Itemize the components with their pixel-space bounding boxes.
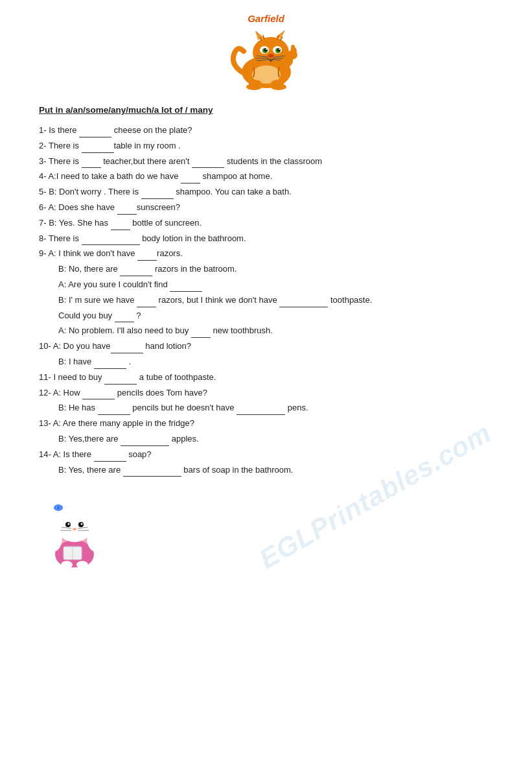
ex14b-text2: bars of soap in the bathroom. [181, 465, 294, 475]
ex7-num: 7- B: Yes. She has [39, 218, 111, 228]
svg-point-28 [291, 45, 295, 50]
ex5-blank1[interactable] [141, 190, 174, 199]
ex9f-blank1[interactable] [191, 329, 211, 338]
ex10b-text2: . [126, 357, 131, 366]
exercise-12a: 12- A: How pencils does Tom have? [39, 386, 493, 400]
svg-point-40 [85, 505, 97, 519]
exercise-9c: A: Are you sure I couldn't find [58, 278, 493, 292]
exercises-container: 1- Is there cheese on the plate? 2- Ther… [39, 124, 493, 477]
ex9f-text1: A: No problem. I'll also need to buy [58, 326, 191, 335]
ex9e-text2: ? [134, 311, 141, 320]
ex10b-text1: B: I have [58, 357, 94, 366]
ex8-num: 8- There is [39, 233, 82, 243]
ex7-text: bottle of suncreen. [130, 218, 202, 228]
ex9e-text1: Could you buy [58, 311, 115, 320]
ex10b-blank1[interactable] [94, 360, 126, 369]
ex9e-blank1[interactable] [115, 313, 134, 322]
ex9c-blank1[interactable] [170, 283, 202, 292]
ex9d-blank1[interactable] [137, 298, 156, 307]
ex14a-text: soap? [126, 449, 152, 459]
ex9d-text3: toothpaste. [328, 295, 372, 305]
svg-point-18 [268, 54, 274, 58]
ex12b-blank2[interactable] [237, 406, 285, 415]
exercise-9f: A: No problem. I'll also need to buy new… [58, 324, 493, 338]
ex3-blank2[interactable] [192, 159, 224, 168]
exercise-13b: B: Yes,there are apples. [58, 432, 493, 446]
ex3-num: 3- There is [39, 156, 82, 166]
exercise-9a: 9- A: I think we don't have razors. [39, 247, 493, 261]
exercise-8: 8- There is body lotion in the bathroom. [39, 232, 493, 246]
exercise-9b: B: No, there are razors in the batroom. [58, 263, 493, 276]
ex5-text: shampoo. You can take a bath. [174, 187, 292, 196]
ex14a-blank1[interactable] [94, 453, 126, 462]
ex2-text: table in my room . [114, 141, 181, 150]
ex2-blank1[interactable] [82, 144, 114, 153]
exercise-7: 7- B: Yes. She has bottle of suncreen. [39, 217, 493, 230]
ex9d-blank2[interactable] [279, 298, 328, 307]
svg-point-43 [57, 506, 60, 509]
svg-point-17 [279, 49, 280, 50]
ex14a-num: 14- A: Is there [39, 449, 94, 459]
ex13b-blank1[interactable] [121, 437, 169, 446]
ex12b-text2: pencils but he doesn't have [130, 403, 237, 412]
ex7-blank1[interactable] [111, 221, 130, 230]
ex10a-blank1[interactable] [111, 344, 143, 353]
ex1-text: cheese on the plate? [111, 125, 192, 135]
ex10a-num: 10- A: Do you have [39, 341, 111, 351]
ex9f-text2: new toothbrush. [211, 326, 273, 335]
ex13a-num: 13- A: Are there many apple in the fridg… [39, 418, 194, 428]
svg-point-33 [271, 84, 286, 90]
exercise-10b: B: I have . [58, 355, 493, 369]
ex14b-text1: B: Yes, there are [58, 465, 123, 475]
svg-point-15 [277, 49, 280, 52]
garfield-image [224, 25, 308, 90]
ex9d-text1: B: I' m sure we have [58, 295, 137, 305]
exercise-9e: Could you buy ? [58, 309, 493, 323]
ex3-blank1[interactable] [82, 159, 101, 168]
ex4-blank1[interactable] [181, 174, 200, 184]
instructions: Put in a/an/some/any/much/a lot of / man… [39, 105, 493, 115]
ex9b-text2: razors in the batroom. [152, 264, 237, 274]
svg-point-16 [266, 49, 267, 50]
exercise-6: 6- A: Does she have sunscreen? [39, 201, 493, 215]
svg-point-14 [264, 49, 267, 52]
ex12b-blank1[interactable] [98, 406, 130, 415]
ex8-blank1[interactable] [82, 236, 140, 245]
exercise-11: 11- I need to buy a tube of toothpaste. [39, 371, 493, 385]
ex6-text: sunscreen? [137, 202, 180, 212]
ex6-blank1[interactable] [117, 206, 137, 215]
hello-kitty-area [39, 490, 493, 567]
svg-point-48 [73, 528, 76, 530]
ex9c-text1: A: Are you sure I couldn't find [58, 279, 170, 289]
ex12a-blank1[interactable] [82, 390, 115, 399]
header: Garfield [39, 13, 493, 93]
ex14b-blank1[interactable] [123, 468, 181, 477]
exercise-13a: 13- A: Are there many apple in the fridg… [39, 417, 493, 431]
ex4-num: 4- A:I need to take a bath do we have [39, 171, 181, 181]
ex8-text: body lotion in the bathroom. [140, 233, 246, 243]
ex1-blank1[interactable] [79, 128, 111, 137]
ex12b-text3: pens. [285, 403, 308, 412]
ex9a-text: razors. [157, 248, 183, 258]
exercise-3: 3- There is teacher,but there aren't stu… [39, 155, 493, 169]
ex9b-text1: B: No, there are [58, 264, 120, 274]
exercise-14a: 14- A: Is there soap? [39, 448, 493, 462]
ex9d-text2: razors, but I think we don't have [156, 295, 279, 305]
exercise-9d: B: I' m sure we have razors, but I think… [58, 294, 493, 307]
ex4-text: shampoo at home. [200, 171, 272, 181]
ex3-text1: teacher,but there aren't [101, 156, 192, 166]
ex11-num: 11- I need to buy [39, 372, 104, 382]
ex9a-blank1[interactable] [137, 252, 157, 261]
ex1-num: 1- Is there [39, 125, 79, 135]
ex9a-num: 9- A: I think we don't have [39, 248, 137, 258]
garfield-title: Garfield [248, 13, 284, 24]
ex11-blank1[interactable] [104, 375, 137, 385]
ex9b-blank1[interactable] [120, 267, 152, 276]
ex12b-text1: B: He has [58, 403, 98, 412]
exercise-12b: B: He has pencils but he doesn't have pe… [58, 401, 493, 415]
exercise-5: 5- B: Don't worry . There is shampoo. Yo… [39, 185, 493, 199]
ex2-num: 2- There is [39, 141, 82, 150]
ex3-text2: students in the classroom [224, 156, 322, 166]
ex6-num: 6- A: Does she have [39, 202, 117, 212]
svg-point-47 [81, 523, 83, 525]
